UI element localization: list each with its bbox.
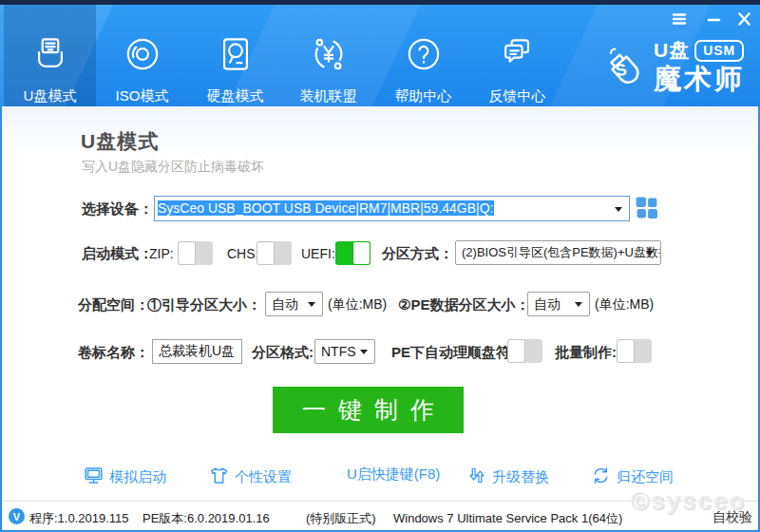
link-label: U启快捷键(F8) — [347, 466, 440, 484]
drive-letter-label: PE下自动理顺盘符: — [391, 344, 515, 362]
chs-toggle[interactable] — [256, 241, 292, 265]
link-label: 归还空间 — [617, 468, 674, 486]
edition-label: (特别版正式) — [306, 510, 376, 527]
brand-subname: 魔术师 — [654, 61, 745, 99]
partition-format-label: 分区格式: — [252, 344, 314, 362]
version-badge-icon: V — [9, 508, 25, 524]
pe-partition-size-value: 自动 — [534, 296, 560, 312]
return-space-link[interactable]: 归还空间 — [591, 466, 674, 488]
pe-partition-size-select[interactable]: 自动 — [527, 292, 590, 316]
pe-partition-size-label: ②PE数据分区大小： — [398, 296, 529, 314]
question-icon — [403, 33, 445, 79]
toggle-knob — [617, 339, 635, 363]
tab-label: U盘模式 — [24, 87, 77, 105]
link-label: 个性设置 — [235, 468, 292, 486]
program-version: 程序:1.0.2019.115 — [29, 510, 129, 527]
partition-format-select[interactable]: NTFS — [314, 339, 375, 364]
device-grid-icon[interactable] — [635, 196, 658, 223]
chevron-down-icon — [615, 207, 622, 212]
uefi-toggle[interactable] — [335, 241, 370, 265]
upgrade-replace-link[interactable]: 升级替换 — [467, 466, 549, 488]
link-label: 模拟启动 — [109, 468, 166, 486]
pe-size-unit: (单位:MB) — [595, 296, 654, 314]
status-bar: V 程序:1.0.2019.115 PE版本:6.0.2019.01.16 (特… — [2, 501, 758, 530]
personal-settings-link[interactable]: 个性设置 — [209, 466, 292, 488]
tab-usb-mode[interactable]: U盘模式 — [4, 5, 96, 106]
header: U盘模式 ISO模式 硬盘模式 — [0, 5, 760, 106]
volume-name-input[interactable] — [152, 339, 242, 364]
page-title: U盘模式 — [81, 128, 159, 155]
main-panel: U盘模式 写入U盘隐藏分区防止病毒破坏 选择设备： SysCeo USB_BOO… — [2, 106, 758, 501]
partition-scheme-select[interactable]: (2)BIOS引导区(包含PE数据)+U盘数据区 — [455, 240, 661, 265]
tab-install-alliance[interactable]: 装机联盟 — [282, 5, 374, 106]
boot-mode-label: 启动模式： — [82, 245, 153, 263]
close-icon[interactable] — [734, 10, 753, 28]
link-label: 升级替换 — [492, 468, 549, 486]
tab-help-center[interactable]: 帮助中心 — [377, 5, 469, 106]
zip-label: ZIP: — [149, 246, 174, 261]
uefi-label: UEFI: — [301, 246, 335, 261]
hdd-search-icon — [215, 33, 256, 79]
volume-name-label: 卷标名称： — [78, 344, 149, 362]
boot-partition-size-label: ①引导分区大小： — [147, 296, 261, 314]
chevron-down-icon — [646, 251, 654, 256]
refresh-icon — [591, 466, 611, 488]
boot-size-unit: (单位:MB) — [328, 296, 387, 314]
zip-toggle[interactable] — [178, 241, 213, 265]
minimize-icon[interactable] — [704, 10, 723, 28]
boot-hotkey-link[interactable]: U启快捷键(F8) — [347, 466, 440, 484]
tab-label: 装机联盟 — [300, 87, 357, 105]
menu-icon[interactable] — [670, 10, 689, 28]
simulate-boot-link[interactable]: 模拟启动 — [84, 466, 166, 488]
usm-app-window: U盘模式 ISO模式 硬盘模式 — [0, 0, 760, 532]
partition-format-value: NTFS — [321, 344, 356, 359]
device-selected-value: SysCeo USB_BOOT USB Device|RM7|MBR|59.44… — [158, 200, 494, 216]
monitor-icon — [84, 466, 104, 488]
one-key-make-button[interactable]: 一键制作 — [273, 387, 464, 433]
brand-badge: USM — [694, 40, 744, 62]
partition-scheme-label: 分区方式： — [382, 245, 453, 263]
yen-circle-icon — [308, 33, 350, 79]
usb-plug-s-logo-icon: S — [598, 41, 652, 100]
toggle-knob — [178, 241, 196, 265]
updown-arrows-icon — [467, 466, 486, 488]
boot-partition-size-select[interactable]: 自动 — [265, 292, 323, 316]
tab-label: 硬盘模式 — [207, 87, 264, 105]
chevron-down-icon — [575, 302, 582, 307]
tshirt-icon — [209, 466, 229, 488]
tab-label: ISO模式 — [116, 87, 169, 105]
partition-scheme-value: (2)BIOS引导区(包含PE数据)+U盘数据区 — [462, 245, 661, 259]
tab-label: 帮助中心 — [395, 87, 452, 105]
tab-hdd-mode[interactable]: 硬盘模式 — [189, 5, 281, 106]
batch-make-label: 批量制作: — [555, 344, 617, 362]
batch-make-toggle[interactable] — [617, 339, 652, 363]
self-check-label: 自校验 — [712, 509, 752, 526]
toggle-knob — [256, 241, 275, 265]
chevron-down-icon — [308, 302, 315, 307]
pe-version: PE版本:6.0.2019.01.16 — [142, 510, 270, 527]
device-select[interactable]: SysCeo USB_BOOT USB Device|RM7|MBR|59.44… — [154, 196, 630, 221]
toggle-knob — [352, 241, 370, 265]
brand-logo: S U盘 USM 魔术师 — [598, 37, 755, 100]
usb-drive-icon — [29, 33, 71, 79]
brand-name: U盘 — [654, 37, 690, 64]
tab-iso-mode[interactable]: ISO模式 — [96, 5, 188, 106]
boot-partition-size-value: 自动 — [272, 296, 298, 312]
disc-icon — [122, 33, 163, 79]
svg-text:S: S — [615, 61, 628, 81]
page-subtitle: 写入U盘隐藏分区防止病毒破坏 — [82, 159, 264, 176]
feedback-icon — [497, 33, 539, 79]
allocation-label: 分配空间： — [78, 296, 149, 314]
os-label: Windows 7 Ultimate Service Pack 1(64位) — [393, 510, 622, 527]
device-label: 选择设备： — [82, 200, 153, 218]
drive-letter-toggle[interactable] — [507, 339, 542, 363]
chevron-down-icon — [360, 350, 368, 354]
chs-label: CHS: — [227, 246, 258, 261]
tab-feedback-center[interactable]: 反馈中心 — [471, 5, 563, 106]
tab-label: 反馈中心 — [489, 87, 546, 105]
toggle-knob — [507, 339, 525, 363]
